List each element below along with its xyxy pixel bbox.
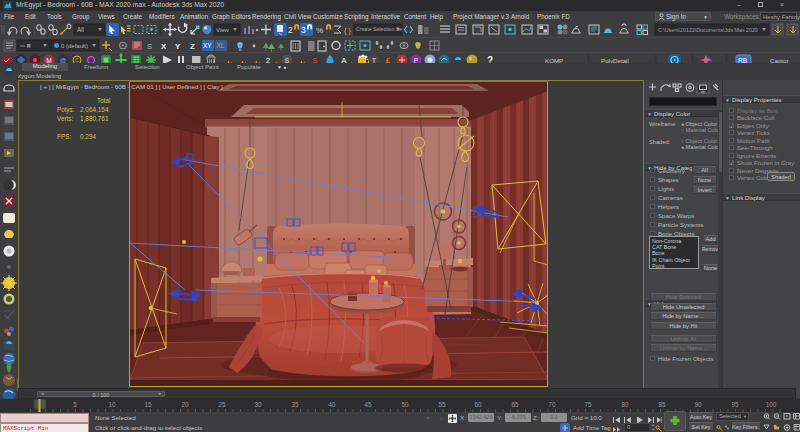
svg-text:S: S	[147, 42, 152, 51]
svg-text:65: 65	[511, 401, 519, 408]
svg-text:30: 30	[254, 401, 262, 408]
svg-text:X: X	[161, 42, 167, 51]
svg-text:75: 75	[584, 401, 592, 408]
svg-text:C:\Users\20122\Documents\3ds M: C:\Users\20122\Documents\3ds Max 2020	[658, 27, 758, 33]
svg-text:2: 2	[288, 25, 293, 35]
svg-text:60: 60	[474, 401, 482, 408]
svg-text:20: 20	[181, 401, 189, 408]
svg-text:Create Selection Se: Create Selection Se	[356, 26, 402, 32]
svg-text:25: 25	[218, 401, 226, 408]
svg-text:95: 95	[731, 401, 739, 408]
svg-text:View: View	[216, 27, 230, 33]
svg-text:90: 90	[694, 401, 702, 408]
svg-text:XY: XY	[203, 42, 212, 49]
svg-text:5: 5	[73, 401, 77, 408]
svg-text:85: 85	[658, 401, 666, 408]
svg-text:%: %	[316, 26, 323, 35]
svg-text:35: 35	[291, 401, 299, 408]
svg-text:15: 15	[144, 401, 152, 408]
svg-text:55: 55	[438, 401, 446, 408]
svg-text:XL: XL	[217, 42, 225, 49]
svg-text:{ }: { }	[344, 26, 352, 35]
svg-text:3: 3	[301, 25, 306, 35]
svg-text:80: 80	[621, 401, 629, 408]
svg-text:10: 10	[108, 401, 116, 408]
svg-text:100: 100	[766, 401, 777, 408]
svg-text:All: All	[77, 26, 84, 33]
svg-text:Y: Y	[175, 42, 181, 51]
svg-text:40: 40	[328, 401, 336, 408]
svg-text:0 (default): 0 (default)	[61, 43, 88, 49]
svg-text:70: 70	[548, 401, 556, 408]
svg-text:Z: Z	[190, 42, 195, 51]
svg-text:45: 45	[364, 401, 372, 408]
svg-text:50: 50	[401, 401, 409, 408]
